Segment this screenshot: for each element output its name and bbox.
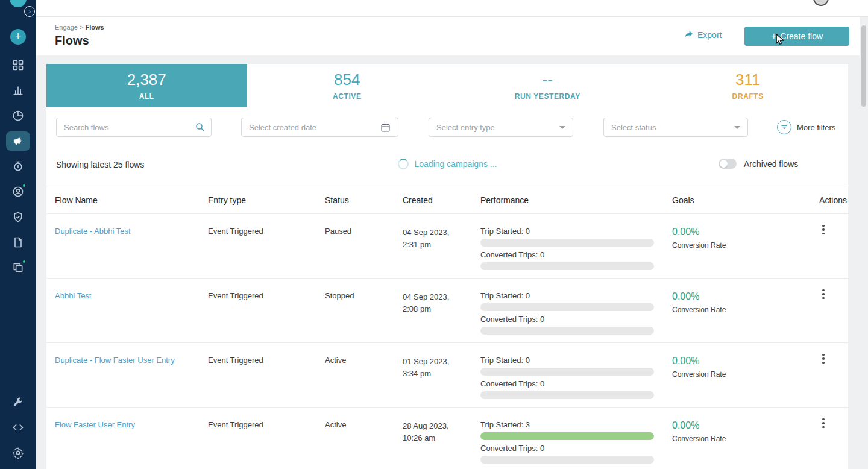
more-filters-button[interactable]: More filters — [777, 120, 835, 134]
performance-cell: Trip Started: 3 Converted Trips: 0 — [472, 408, 664, 469]
sidebar-nav-top — [0, 55, 36, 277]
goals-cell: 0.00% Conversion Rate — [664, 343, 810, 407]
performance-cell: Trip Started: 0 Converted Trips: 0 — [472, 214, 664, 278]
sidebar-item-audience[interactable] — [6, 182, 30, 201]
spinner-icon — [398, 159, 409, 169]
chevron-down-icon — [559, 126, 565, 129]
breadcrumb-root[interactable]: Engage — [55, 24, 78, 31]
loading-text: Loading campaigns ... — [415, 159, 497, 169]
created-cell: 04 Sep 2023, 2:08 pm — [394, 279, 472, 342]
status-cell: Stopped — [316, 279, 394, 342]
table-row: Duplicate - Abbhi Test Event Triggered P… — [46, 214, 848, 279]
flow-name-link[interactable]: Duplicate - Abbhi Test — [55, 227, 131, 236]
megaphone-icon — [12, 135, 24, 147]
stat-value: 854 — [334, 71, 360, 89]
sidebar-item-developer[interactable] — [6, 418, 30, 437]
col-flow-name: Flow Name — [46, 195, 200, 205]
dashboard-grid-icon — [12, 59, 24, 71]
status-cell: Paused — [316, 214, 394, 278]
export-label: Export — [697, 30, 722, 40]
progress-bar — [480, 368, 654, 376]
sidebar-item-analytics[interactable] — [6, 81, 30, 100]
sidebar-item-tools[interactable] — [6, 392, 30, 412]
scrollbar-thumb[interactable] — [861, 25, 866, 107]
stat-label: DRAFTS — [732, 92, 764, 101]
flow-name-link[interactable]: Flow Faster User Entry — [55, 420, 135, 429]
status-placeholder: Select status — [611, 123, 734, 132]
stats-tab-active[interactable]: 854 ACTIVE — [247, 64, 448, 107]
sidebar-item-security[interactable] — [6, 207, 30, 227]
stat-label: RUN YESTERDAY — [515, 92, 580, 101]
share-arrow-icon — [684, 30, 694, 40]
stopwatch-icon — [12, 160, 24, 172]
filter-row: Select created date Select entry type Se… — [46, 118, 848, 137]
sidebar-item-reports[interactable] — [6, 233, 30, 252]
stat-label: ALL — [139, 92, 154, 101]
performance-cell: Trip Started: 0 Converted Trips: 0 — [472, 279, 664, 342]
filter-funnel-icon — [777, 120, 791, 134]
stats-tab-drafts[interactable]: 311 DRAFTS — [648, 64, 849, 107]
col-performance: Performance — [472, 195, 664, 205]
entry-type-cell: Event Triggered — [200, 343, 316, 407]
flow-name-link[interactable]: Abbhi Test — [55, 291, 91, 300]
progress-bar — [480, 327, 654, 335]
row-actions-kebab-icon[interactable] — [818, 416, 829, 430]
create-new-button[interactable]: + — [10, 29, 26, 45]
created-cell: 01 Sep 2023, 3:34 pm — [394, 343, 472, 407]
create-flow-button[interactable]: + Create flow — [744, 27, 849, 46]
col-entry-type: Entry type — [200, 195, 316, 205]
row-actions-kebab-icon[interactable] — [818, 287, 829, 301]
create-flow-label: Create flow — [780, 31, 823, 41]
status-select[interactable]: Select status — [603, 118, 748, 137]
created-date-placeholder: Select created date — [249, 123, 380, 132]
sidebar-nav-bottom — [0, 392, 36, 462]
entry-type-placeholder: Select entry type — [436, 123, 559, 132]
sidebar-item-segments[interactable] — [6, 106, 30, 125]
search-input[interactable] — [56, 118, 212, 137]
stat-value: 311 — [735, 71, 760, 89]
sidebar-item-settings[interactable] — [6, 443, 30, 462]
archived-flows-toggle[interactable] — [719, 159, 737, 169]
col-status: Status — [316, 195, 394, 205]
archived-flows-control: Archived flows — [719, 159, 798, 169]
entry-type-select[interactable]: Select entry type — [429, 118, 573, 137]
entry-type-cell: Event Triggered — [200, 408, 316, 469]
shield-check-icon — [12, 211, 24, 223]
pie-chart-icon — [12, 110, 24, 122]
flow-name-link[interactable]: Duplicate - Flow Faster User Entry — [55, 356, 175, 365]
sidebar-item-scheduler[interactable] — [6, 157, 30, 176]
created-cell: 28 Aug 2023, 10:26 am — [394, 408, 472, 469]
sidebar-expand-button[interactable]: › — [24, 6, 35, 17]
more-filters-label: More filters — [797, 123, 835, 132]
created-date-select[interactable]: Select created date — [241, 118, 398, 137]
table-row: Abbhi Test Event Triggered Stopped 04 Se… — [46, 279, 848, 343]
entry-type-cell: Event Triggered — [200, 279, 316, 342]
search-flows — [56, 118, 212, 137]
progress-bar — [480, 239, 654, 247]
performance-cell: Trip Started: 0 Converted Trips: 0 — [472, 343, 664, 407]
export-button[interactable]: Export — [684, 30, 722, 40]
sidebar-item-dashboard[interactable] — [6, 55, 30, 75]
created-cell: 04 Sep 2023, 2:31 pm — [394, 214, 472, 278]
row-actions-kebab-icon[interactable] — [818, 351, 829, 366]
table-row: Duplicate - Flow Faster User Entry Event… — [46, 343, 848, 408]
sidebar-item-campaigns[interactable] — [6, 131, 30, 151]
progress-bar — [480, 432, 654, 440]
col-actions: Actions — [810, 195, 848, 205]
gear-icon — [12, 447, 24, 459]
sidebar-item-templates[interactable] — [6, 258, 30, 277]
app-logo-icon[interactable] — [10, 0, 27, 7]
stats-tab-all[interactable]: 2,387 ALL — [46, 64, 247, 107]
flows-content: 2,387 ALL 854 ACTIVE -- RUN YESTERDAY 31… — [46, 64, 848, 469]
calendar-icon — [380, 122, 391, 133]
sidebar: › + — [0, 0, 36, 469]
toggle-knob — [720, 160, 728, 168]
progress-bar — [480, 391, 654, 399]
avatar[interactable] — [813, 0, 829, 6]
notification-dot — [22, 183, 27, 188]
row-actions-kebab-icon[interactable] — [818, 222, 829, 237]
topbar — [36, 0, 868, 17]
bar-chart-icon — [12, 84, 24, 96]
stats-tab-run-yesterday[interactable]: -- RUN YESTERDAY — [447, 64, 648, 107]
archived-flows-label: Archived flows — [744, 159, 798, 169]
